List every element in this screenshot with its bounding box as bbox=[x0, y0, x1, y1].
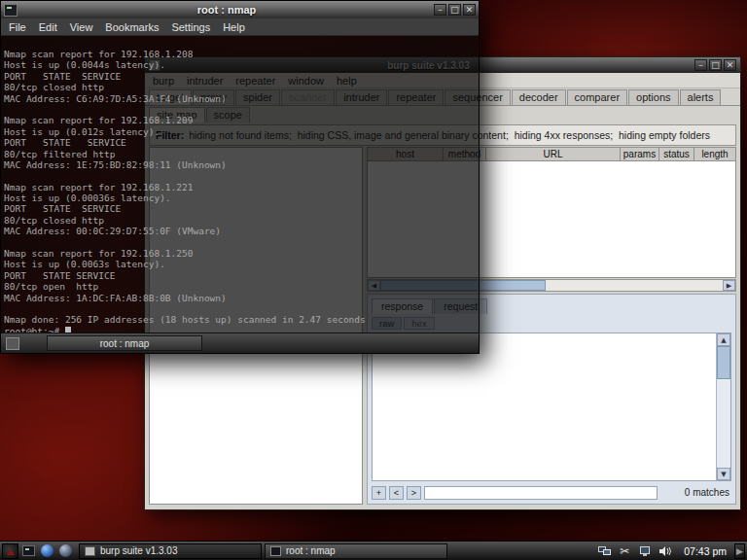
terminal-line: PORT STATE SERVICE bbox=[4, 137, 476, 148]
panel-hide-arrow[interactable]: ▶ bbox=[734, 543, 745, 559]
session-tab[interactable]: root : nmap bbox=[47, 335, 202, 351]
kmenu-button[interactable] bbox=[2, 543, 18, 559]
terminal-menu-item[interactable]: File bbox=[9, 21, 26, 33]
task-label: root : nmap bbox=[286, 545, 336, 556]
close-icon[interactable]: ✕ bbox=[724, 59, 736, 71]
terminal-app-icon bbox=[4, 4, 18, 17]
new-session-icon[interactable] bbox=[6, 337, 19, 350]
network-manager-icon[interactable] bbox=[597, 544, 611, 558]
scroll-up-icon[interactable]: ▲ bbox=[717, 333, 730, 346]
maximize-icon[interactable]: □ bbox=[709, 59, 722, 71]
viewer-search-row: +<> 0 matches bbox=[372, 484, 731, 501]
burp-tab[interactable]: comparer bbox=[567, 89, 627, 105]
terminal-titlebar[interactable]: root : nmap – □ ✕ bbox=[1, 1, 479, 18]
task-label: burp suite v1.3.03 bbox=[100, 545, 178, 556]
terminal-line bbox=[4, 237, 476, 248]
terminal-line bbox=[4, 104, 476, 115]
close-icon[interactable]: ✕ bbox=[463, 4, 476, 16]
terminal-line: MAC Address: 00:0C:29:D7:55:0F (VMware) bbox=[4, 226, 476, 236]
terminal-line bbox=[4, 303, 476, 314]
terminal-line: Nmap scan report for 192.168.1.221 bbox=[4, 182, 476, 192]
column-header[interactable]: status bbox=[659, 148, 694, 160]
terminal-line: 80/tcp open http bbox=[4, 281, 476, 292]
terminal-menu-item[interactable]: Bookmarks bbox=[105, 21, 159, 33]
task-button-list: burp suite v1.3.03 root : nmap bbox=[76, 543, 447, 559]
terminal-icon bbox=[22, 545, 35, 556]
display-settings-icon[interactable] bbox=[638, 544, 652, 558]
terminal-line: PORT STATE SERVICE bbox=[4, 270, 476, 281]
terminal-window: root : nmap – □ ✕ FileEditViewBookmarksS… bbox=[0, 0, 480, 354]
terminal-line: MAC Address: C6:A9:7D:A5:3A:F4 (Unknown) bbox=[4, 93, 476, 104]
terminal-line: Nmap scan report for 192.168.1.209 bbox=[4, 115, 476, 125]
system-tray: ✂ bbox=[597, 544, 672, 558]
terminal-line: Nmap scan report for 192.168.1.208 bbox=[4, 49, 476, 59]
terminal-line: MAC Address: 1E:75:BD:82:98:11 (Unknown) bbox=[4, 159, 476, 170]
terminal-line: Nmap done: 256 IP addresses (18 hosts up… bbox=[4, 314, 476, 325]
terminal-line: PORT STATE SERVICE bbox=[4, 71, 476, 82]
scroll-right-icon[interactable]: ▶ bbox=[723, 280, 735, 291]
terminal-line: Host is up (0.012s latency). bbox=[4, 126, 476, 137]
terminal-line bbox=[4, 170, 476, 181]
terminal-menu-item[interactable]: Help bbox=[223, 21, 245, 33]
burp-tab[interactable]: options bbox=[628, 89, 678, 105]
column-header[interactable]: params bbox=[621, 148, 659, 160]
task-button[interactable]: burp suite v1.3.03 bbox=[79, 543, 262, 559]
konsole-launcher[interactable] bbox=[20, 543, 36, 559]
terminal-line: 80/tcp closed http bbox=[4, 82, 476, 92]
globe-icon bbox=[41, 544, 53, 557]
taskbar-clock[interactable]: 07:43 pm bbox=[684, 545, 727, 557]
terminal-line: Host is up (0.0044s latency). bbox=[4, 59, 476, 70]
terminal-menu-item[interactable]: Edit bbox=[39, 21, 57, 33]
terminal-line: Host is up (0.00036s latency). bbox=[4, 192, 476, 203]
terminal-window-title: root : nmap bbox=[21, 4, 432, 16]
konqueror-launcher[interactable] bbox=[39, 543, 54, 559]
task-app-icon bbox=[85, 546, 95, 556]
terminal-menu-item[interactable]: View bbox=[70, 21, 93, 33]
klipper-icon[interactable]: ✂ bbox=[618, 544, 631, 558]
terminal-output: Nmap scan report for 192.168.1.208Host i… bbox=[4, 49, 476, 326]
task-button[interactable]: root : nmap bbox=[265, 543, 447, 559]
scroll-down-icon[interactable]: ▼ bbox=[717, 468, 730, 480]
burp-tab[interactable]: decoder bbox=[512, 89, 566, 105]
response-text-area[interactable]: ▲ ▼ bbox=[372, 332, 731, 481]
terminal-line: Host is up (0.0063s latency). bbox=[4, 259, 476, 269]
terminal-menu-item[interactable]: Settings bbox=[171, 21, 210, 33]
burp-tab[interactable]: alerts bbox=[680, 89, 722, 105]
terminal-menubar: FileEditViewBookmarksSettingsHelp bbox=[1, 18, 479, 36]
terminal-line: 80/tcp filtered http bbox=[4, 149, 476, 159]
terminal-line: Nmap scan report for 192.168.1.250 bbox=[4, 248, 476, 259]
minimize-icon[interactable]: – bbox=[694, 59, 707, 71]
terminal-line: PORT STATE SERVICE bbox=[4, 203, 476, 214]
column-header[interactable]: length bbox=[694, 148, 735, 160]
nav-button-group: +<> bbox=[372, 486, 421, 500]
terminal-line: MAC Address: 1A:DC:FA:AB:8B:0B (Unknown) bbox=[4, 293, 476, 303]
nav-button[interactable]: > bbox=[407, 486, 421, 500]
taskbar: burp suite v1.3.03 root : nmap ✂ 07:43 p… bbox=[0, 541, 747, 560]
browser-launcher[interactable] bbox=[57, 543, 73, 559]
vscroll-thumb[interactable] bbox=[717, 346, 730, 379]
nav-button[interactable]: + bbox=[372, 486, 386, 500]
terminal-session-bar: root : nmap bbox=[1, 332, 479, 353]
kmix-volume-icon[interactable] bbox=[658, 544, 672, 558]
terminal-screen[interactable]: Nmap scan report for 192.168.1.208Host i… bbox=[1, 36, 479, 333]
minimize-icon[interactable]: – bbox=[434, 4, 446, 16]
globe-icon bbox=[59, 544, 72, 557]
vscroll-track[interactable] bbox=[717, 346, 730, 468]
column-header[interactable]: URL bbox=[486, 148, 621, 160]
nav-button[interactable]: < bbox=[389, 486, 404, 500]
task-app-icon bbox=[270, 546, 281, 556]
maximize-icon[interactable]: □ bbox=[448, 4, 461, 16]
search-input[interactable] bbox=[424, 486, 658, 500]
match-count-label: 0 matches bbox=[685, 487, 731, 498]
vertical-scrollbar[interactable]: ▲ ▼ bbox=[716, 333, 730, 480]
terminal-line: 80/tcp closed http bbox=[4, 215, 476, 226]
